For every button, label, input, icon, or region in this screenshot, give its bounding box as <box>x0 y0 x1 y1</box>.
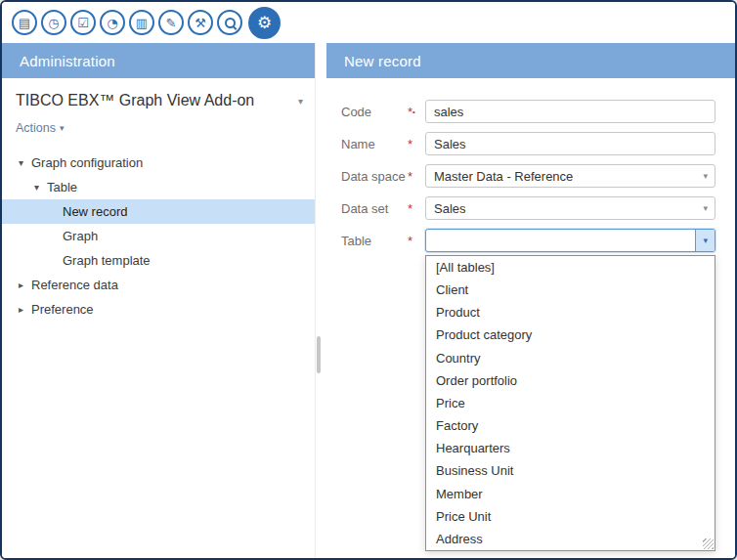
data-space-select[interactable]: Master Data - Reference▾ <box>425 164 715 188</box>
actions-menu-button[interactable]: Actions ▾ <box>16 121 65 135</box>
tree-item-label: Table <box>47 180 77 194</box>
chevron-down-icon[interactable]: ▾ <box>696 171 715 181</box>
addon-title-row[interactable]: TIBCO EBX™ Graph View Add-on ▾ <box>2 92 315 109</box>
tree-item-new-record[interactable]: New record <box>2 199 315 224</box>
tree-item-label: Preference <box>31 302 94 317</box>
dropdown-item-price[interactable]: Price <box>426 392 715 414</box>
dropdown-item-hearquarters[interactable]: Hearquarters <box>426 437 715 459</box>
datasets-icon[interactable]: ▥ <box>129 10 154 35</box>
required-indicator: * <box>408 234 425 248</box>
select-value: Master Data - Reference <box>426 169 573 184</box>
field-label: Name <box>341 137 408 151</box>
tree-item-label: New record <box>63 204 127 219</box>
left-panel-title: Administration <box>20 53 115 69</box>
chevron-down-icon[interactable]: ▾ <box>696 203 715 213</box>
page-title: New record <box>344 53 421 69</box>
panel-divider <box>315 43 326 558</box>
required-indicator: * <box>408 169 425 184</box>
sidebar: TIBCO EBX™ Graph View Add-on ▾ Actions ▾… <box>2 78 315 558</box>
tree-item-graph[interactable]: Graph <box>2 224 315 248</box>
field-control: Master Data - Reference▾ <box>425 164 715 188</box>
field-row-table: Table*▾[All tables]ClientProductProduct … <box>341 229 715 252</box>
application-window: ▤◷☑◔▥✎⚒⚙ Administration TIBCO EBX™ Graph… <box>0 0 737 560</box>
dropdown-item-product[interactable]: Product <box>426 301 715 323</box>
caret-down-icon[interactable]: ▾ <box>16 157 26 168</box>
data-set-select[interactable]: Sales▾ <box>425 196 715 220</box>
dropdown-item-member[interactable]: Member <box>426 483 715 505</box>
dropdown-item-price-unit[interactable]: Price Unit <box>426 505 715 528</box>
administration-wrench-icon[interactable]: ⚙ <box>248 7 281 39</box>
tree-item-label: Graph configuration <box>31 155 143 170</box>
right-panel-header: New record <box>326 43 735 78</box>
dataspaces-icon[interactable]: ▤ <box>12 10 37 35</box>
caret-right-icon[interactable]: ▸ <box>16 280 26 290</box>
tree-item-graph-configuration[interactable]: ▾Graph configuration <box>2 151 315 175</box>
history-icon[interactable]: ◷ <box>41 10 66 35</box>
chevron-down-icon[interactable]: ▾ <box>695 230 715 251</box>
primary-key-dot-icon: • <box>412 108 415 116</box>
tree-item-graph-template[interactable]: Graph template <box>2 248 315 273</box>
form: Code*•Name*Data space*Master Data - Refe… <box>326 78 735 558</box>
field-label: Code <box>341 105 408 119</box>
required-indicator: * <box>408 201 425 216</box>
datasets-icon-glyph: ▥ <box>136 17 148 29</box>
field-row-data-space: Data space*Master Data - Reference▾ <box>341 164 715 188</box>
field-row-code: Code*• <box>341 100 715 123</box>
dropdown-item-address[interactable]: Address <box>426 528 715 550</box>
tree-item-label: Graph <box>63 229 98 243</box>
dropdown-item-client[interactable]: Client <box>426 279 715 301</box>
caret-right-icon[interactable]: ▸ <box>16 304 26 315</box>
workflow-edit-icon[interactable]: ✎ <box>158 10 184 35</box>
tools-icon[interactable]: ⚒ <box>188 10 213 35</box>
chevron-down-icon[interactable]: ▾ <box>298 96 303 107</box>
validation-icon[interactable]: ☑ <box>70 10 96 35</box>
tree-item-preference[interactable]: ▸Preference <box>2 297 315 322</box>
field-label: Data set <box>341 201 408 216</box>
code-input[interactable] <box>425 100 715 123</box>
field-label: Data space <box>341 169 408 184</box>
field-row-data-set: Data set*Sales▾ <box>341 196 715 220</box>
content: Administration TIBCO EBX™ Graph View Add… <box>2 43 735 558</box>
table-select[interactable]: ▾ <box>425 229 715 252</box>
select-value: Sales <box>426 201 466 216</box>
field-row-name: Name* <box>341 132 715 155</box>
scrollbar-handle[interactable] <box>317 336 321 373</box>
validation-icon-glyph: ☑ <box>77 17 89 29</box>
field-control: ▾[All tables]ClientProductProduct catego… <box>425 229 715 252</box>
dropdown-item-business-unit[interactable]: Business Unit <box>426 459 715 482</box>
left-panel-header: Administration <box>2 43 315 78</box>
dropdown-item-order-portfolio[interactable]: Order portfolio <box>426 369 715 392</box>
tree-item-reference-data[interactable]: ▸Reference data <box>2 273 315 297</box>
name-input[interactable] <box>425 132 715 155</box>
caret-down-icon[interactable]: ▾ <box>31 182 42 193</box>
administration-wrench-icon-glyph: ⚙ <box>257 15 272 31</box>
workflow-edit-icon-glyph: ✎ <box>166 17 177 29</box>
field-control: Sales▾ <box>425 196 715 220</box>
required-indicator: *• <box>408 105 425 119</box>
required-indicator: * <box>408 137 425 151</box>
field-control <box>425 100 715 123</box>
dropdown-item-country[interactable]: Country <box>426 347 715 369</box>
right-panel: New record Code*•Name*Data space*Master … <box>326 43 735 558</box>
chevron-down-icon: ▾ <box>60 123 65 133</box>
field-label: Table <box>341 234 408 248</box>
addon-title: TIBCO EBX™ Graph View Add-on <box>16 92 254 109</box>
field-control <box>425 132 715 155</box>
dashboard-icon-glyph: ◔ <box>107 17 117 29</box>
dashboard-icon[interactable]: ◔ <box>100 10 125 35</box>
toolbar: ▤◷☑◔▥✎⚒⚙ <box>2 2 735 43</box>
dropdown-item-factory[interactable]: Factory <box>426 414 715 437</box>
dropdown-item-all-tables[interactable]: [All tables] <box>426 256 715 279</box>
resize-handle[interactable] <box>703 538 714 549</box>
search-icon[interactable] <box>217 10 242 35</box>
history-icon-glyph: ◷ <box>48 17 59 29</box>
tree-item-table[interactable]: ▾Table <box>2 175 315 199</box>
tree: ▾Graph configuration▾TableNew recordGrap… <box>2 151 315 322</box>
magnifier-glyph <box>225 18 236 28</box>
left-panel: Administration TIBCO EBX™ Graph View Add… <box>2 43 315 558</box>
tools-icon-glyph: ⚒ <box>195 17 206 29</box>
actions-label: Actions <box>16 121 56 135</box>
dropdown-item-product-category[interactable]: Product category <box>426 323 715 346</box>
table-dropdown: [All tables]ClientProductProduct categor… <box>425 255 715 551</box>
tree-item-label: Graph template <box>63 253 151 268</box>
